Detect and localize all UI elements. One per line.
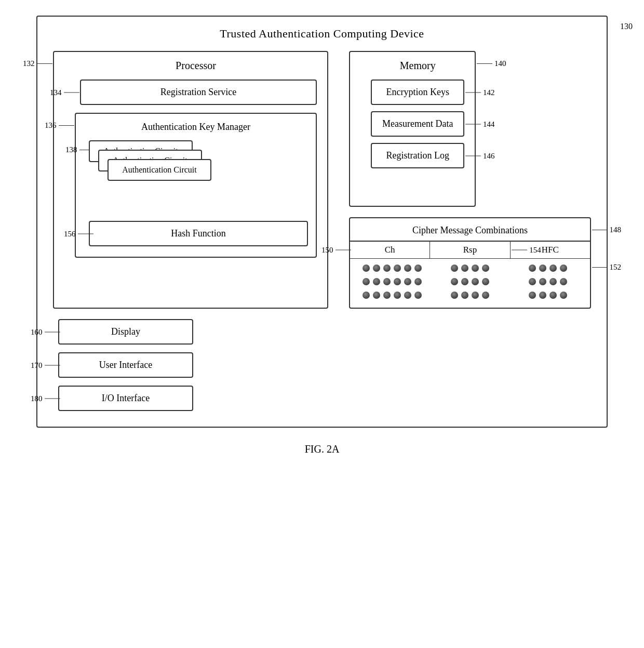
dot [549, 278, 557, 285]
dot [482, 292, 489, 299]
dot [414, 265, 422, 272]
cipher-cell-ch-1 [353, 263, 431, 273]
fig-caption: FIG. 2A [36, 443, 608, 455]
dot [560, 265, 567, 272]
dot [549, 292, 557, 299]
hash-function-label: Hash Function [171, 228, 226, 239]
dot [414, 278, 422, 285]
ref-148-label: 148 [592, 226, 622, 234]
ref-156-label: 156 [64, 229, 93, 238]
auth-key-manager-title: Authentication Key Manager [84, 122, 308, 133]
cipher-header-row: 150 Ch Rsp 154 HFC [350, 241, 590, 259]
dot [404, 292, 411, 299]
dot [394, 265, 401, 272]
measurement-data-label: Measurement Data [382, 118, 453, 129]
dot [383, 265, 391, 272]
ref-152-label: 152 [592, 263, 622, 272]
dot [539, 278, 546, 285]
ref-146-label: 146 [465, 151, 495, 160]
cipher-cell-rsp-3 [431, 290, 509, 300]
left-bottom: 160 Display 170 User Interface 180 I/O I… [53, 319, 314, 411]
cipher-cell-ch-2 [353, 276, 431, 287]
cipher-data-row-1 [353, 263, 587, 273]
dot [451, 265, 458, 272]
ref-160-label: 160 [31, 327, 60, 336]
right-column: 140 Memory 142 Encryption Keys 144 Measu… [349, 51, 591, 309]
auth-key-manager-box: 136 Authentication Key Manager 138 Authe… [75, 113, 317, 258]
encryption-keys-label: Encryption Keys [386, 87, 449, 97]
io-interface-label: I/O Interface [102, 393, 150, 403]
auth-circuit-box-front: Authentication Circuit [108, 159, 211, 181]
dot [560, 278, 567, 285]
main-diagram-box: 130 Trusted Authentication Computing Dev… [36, 16, 608, 428]
hash-function-box: 156 Hash Function [89, 221, 308, 246]
ref-150-label: 150 [321, 246, 351, 255]
dot [451, 292, 458, 299]
dot [404, 265, 411, 272]
cipher-col-ch: Ch [350, 242, 430, 258]
cipher-title: Cipher Message Combinations [350, 218, 590, 241]
display-box: 160 Display [58, 319, 193, 345]
dot [529, 278, 536, 285]
dot [529, 265, 536, 272]
dot [461, 292, 468, 299]
dot [472, 265, 479, 272]
dot [482, 265, 489, 272]
ref-134-label: 134 [50, 88, 79, 97]
ref-130-label: 130 [620, 22, 633, 31]
dot [539, 265, 546, 272]
dot [394, 278, 401, 285]
dot [373, 265, 380, 272]
cipher-data-rows: 152 [350, 259, 590, 308]
auth-circuit-label-3: Authentication Circuit [122, 165, 197, 174]
dot [461, 278, 468, 285]
dot [363, 278, 370, 285]
registration-service-label: Registration Service [160, 87, 236, 97]
dot [451, 278, 458, 285]
dot [394, 292, 401, 299]
cipher-cell-rsp-1 [431, 263, 509, 273]
measurement-data-box: 144 Measurement Data [371, 111, 464, 137]
memory-box: 140 Memory 142 Encryption Keys 144 Measu… [349, 51, 476, 207]
dot [539, 292, 546, 299]
dot [414, 292, 422, 299]
processor-title: Processor [75, 60, 317, 72]
dot [363, 292, 370, 299]
cipher-cell-hfc-1 [509, 263, 587, 273]
registration-service-box: 134 Registration Service [80, 80, 317, 105]
bottom-section: 160 Display 170 User Interface 180 I/O I… [53, 319, 591, 411]
encryption-keys-box: 142 Encryption Keys [371, 80, 464, 105]
cipher-cell-rsp-2 [431, 276, 509, 287]
dot [482, 278, 489, 285]
ref-180-label: 180 [31, 394, 60, 403]
main-title: Trusted Authentication Computing Device [53, 27, 591, 41]
dot [549, 265, 557, 272]
dot [404, 278, 411, 285]
dot [373, 278, 380, 285]
cipher-cell-hfc-3 [509, 290, 587, 300]
user-interface-label: User Interface [99, 360, 152, 370]
processor-box: 132 Processor 134 Registration Service 1… [53, 51, 328, 309]
cipher-col-hfc: HFC [511, 242, 590, 258]
cipher-data-row-2 [353, 276, 587, 287]
cipher-col-rsp: Rsp 154 [430, 242, 510, 258]
dot [472, 292, 479, 299]
ref-136-label: 136 [45, 121, 74, 130]
auth-circuit-stack: 138 Authentication Circuit Authenticatio… [89, 140, 308, 192]
cipher-cell-ch-3 [353, 290, 431, 300]
top-row: 132 Processor 134 Registration Service 1… [53, 51, 591, 309]
dot [472, 278, 479, 285]
dot [373, 292, 380, 299]
cipher-data-row-3 [353, 290, 587, 300]
cipher-col-rsp-label: Rsp [463, 245, 477, 255]
registration-log-box: 146 Registration Log [371, 143, 464, 168]
ref-144-label: 144 [465, 120, 495, 128]
cipher-cell-hfc-2 [509, 276, 587, 287]
registration-log-label: Registration Log [386, 150, 449, 161]
memory-title: Memory [371, 60, 464, 72]
dot [560, 292, 567, 299]
ref-142-label: 142 [465, 88, 495, 97]
dot [363, 265, 370, 272]
ref-170-label: 170 [31, 361, 60, 369]
cipher-message-box: 148 Cipher Message Combinations 150 Ch R… [349, 217, 591, 309]
